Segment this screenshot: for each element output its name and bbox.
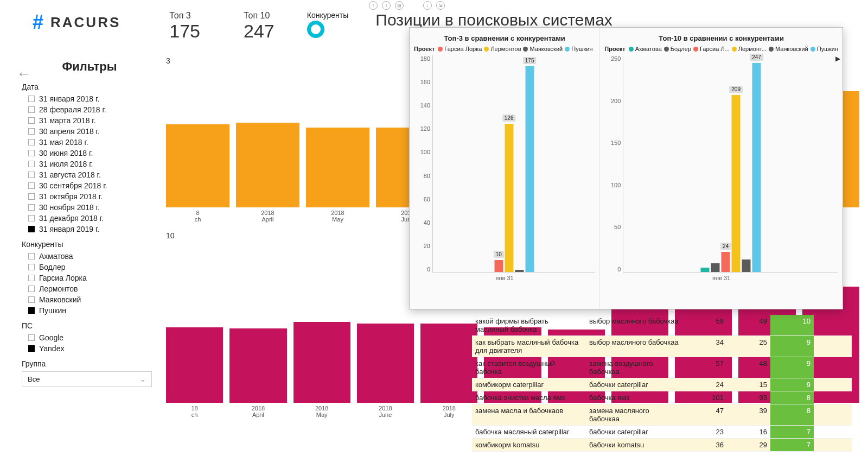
hash-icon: # [33, 11, 45, 34]
checkbox-icon [28, 286, 35, 292]
tooltip-chart-top3[interactable]: Топ-3 в сравнении с конкурентами ПроектГ… [410, 28, 600, 309]
legend-entry[interactable]: Маяковский [769, 46, 808, 52]
date-item-6[interactable]: 31 июля 2018 г. [22, 159, 157, 169]
competitor-item-5[interactable]: Пушкин [22, 305, 157, 316]
competitor-item-label: Ахматова [39, 252, 73, 261]
legend-text: Гарсиа Лорка [444, 46, 482, 52]
competitor-item-4[interactable]: Маяковский [22, 294, 157, 305]
date-item-1[interactable]: 28 февраля 2018 г. [22, 104, 157, 115]
date-item-12[interactable]: 31 января 2019 г. [22, 224, 157, 235]
competitor-bar[interactable]: 209 [732, 95, 741, 272]
table-cell: 9 [770, 336, 814, 357]
competitor-bar[interactable]: 247 [752, 63, 761, 272]
table-row[interactable]: как ставится воздушный бабочказамена воз… [472, 357, 852, 378]
table-cell: бабочка ямз [586, 391, 684, 404]
table-cell: 39 [727, 404, 770, 425]
date-item-label: 28 февраля 2018 г. [39, 105, 106, 114]
date-item-10[interactable]: 30 ноября 2018 г. [22, 202, 157, 213]
legend-entry[interactable]: Пушкин [810, 46, 838, 52]
date-item-label: 31 октября 2018 г. [39, 192, 103, 201]
ps-item-0[interactable]: Google [22, 332, 157, 343]
date-item-0[interactable]: 31 января 2018 г. [22, 93, 157, 104]
date-item-8[interactable]: 30 сентября 2018 г. [22, 180, 157, 191]
table-row[interactable]: как выбрать масляный бабочка для двигате… [472, 336, 852, 357]
competitor-bar[interactable]: 10 [494, 260, 503, 272]
bar[interactable] [236, 123, 299, 207]
pin-icon[interactable]: ⇲ [436, 1, 445, 10]
table-cell: 47 [684, 404, 727, 425]
competitor-bar[interactable]: 24 [722, 252, 730, 272]
competitor-item-3[interactable]: Лермонтов [22, 283, 157, 294]
competitor-item-label: Гарсиа Лорка [39, 274, 87, 282]
table-row[interactable]: комбикорм komatsuбабочки komatsu36297 [472, 439, 852, 452]
bar-value-label: 175 [523, 57, 537, 64]
y-tick: 100 [414, 149, 430, 155]
competitor-item-0[interactable]: Ахматова [22, 251, 157, 262]
legend-entry[interactable]: Пушкин [565, 46, 592, 52]
sort-icon[interactable]: ↕ [382, 1, 391, 10]
table-cell: замена воздушного бабочкаа [586, 357, 684, 378]
bar[interactable] [293, 322, 350, 403]
legend-dot-icon [810, 47, 815, 52]
legend-entry[interactable]: Лермонт... [732, 46, 767, 52]
date-item-11[interactable]: 31 декабря 2018 г. [22, 213, 157, 224]
bar[interactable] [166, 124, 229, 207]
legend-entry[interactable]: Гарсиа Лорка [438, 46, 482, 52]
competitor-item-1[interactable]: Бодлер [22, 262, 157, 273]
legend-dot-icon [769, 47, 774, 52]
bar[interactable] [306, 128, 369, 207]
competitor-bar[interactable] [701, 268, 710, 272]
tooltip-chart-top10[interactable]: Топ-10 в сравнении с конкурентами Проект… [600, 28, 843, 309]
competitor-bar[interactable]: 175 [525, 66, 534, 272]
checkbox-icon [28, 275, 35, 281]
table-row[interactable]: бабочка очистки масла ямзбабочка ямз1019… [472, 391, 852, 404]
tc3-xlabel: янв 31 [414, 275, 595, 281]
export-icon[interactable]: ↓ [423, 1, 432, 10]
table-row[interactable]: какой фирмы выбрать масляный бабочкавыбо… [472, 315, 852, 336]
back-button[interactable]: ← [16, 65, 31, 83]
legend-text: Лермонтов [490, 46, 521, 52]
legend-entry[interactable]: Лермонтов [484, 46, 521, 52]
ps-item-1[interactable]: Yandex [22, 343, 157, 354]
competitor-bar[interactable] [742, 259, 751, 272]
checkbox-icon [28, 106, 35, 113]
checkbox-icon [28, 96, 35, 102]
legend-entry[interactable]: Ахматова [629, 46, 662, 52]
competitor-bar[interactable] [711, 263, 720, 272]
legend-entry[interactable]: Гарсиа Л... [693, 46, 730, 52]
date-item-9[interactable]: 31 октября 2018 г. [22, 191, 157, 202]
date-item-label: 31 мая 2018 г. [39, 138, 88, 147]
table-cell: выбор масляного бабочкаа [586, 336, 684, 357]
bar[interactable] [166, 327, 223, 403]
competitors-label: Конкуренты [307, 11, 349, 20]
legend-scroll-icon[interactable]: ▶ [835, 55, 840, 62]
ring-icon[interactable] [307, 21, 324, 38]
date-item-5[interactable]: 30 июня 2018 г. [22, 148, 157, 159]
bar[interactable] [229, 328, 286, 403]
bar[interactable] [420, 324, 477, 403]
table-row[interactable]: комбикорм caterpillarбабочки caterpillar… [472, 378, 852, 391]
date-item-3[interactable]: 30 апреля 2018 г. [22, 126, 157, 137]
date-item-2[interactable]: 31 марта 2018 г. [22, 115, 157, 126]
competitor-bar[interactable] [515, 270, 524, 272]
legend-label: Проект [414, 46, 435, 52]
positions-table[interactable]: какой фирмы выбрать масляный бабочкавыбо… [472, 315, 852, 452]
legend-text: Ахматова [635, 46, 662, 52]
date-item-7[interactable]: 31 августа 2018 г. [22, 169, 157, 180]
bar[interactable] [357, 324, 414, 403]
group-dropdown[interactable]: Все ⌄ [22, 371, 152, 387]
legend-entry[interactable]: Маяковский [523, 46, 563, 52]
table-row[interactable]: замена масла и бабочкаовзамена масляного… [472, 404, 852, 426]
focus-icon[interactable]: ⊞ [395, 1, 404, 10]
legend-entry[interactable]: Бодлер [664, 46, 691, 52]
competitor-item-2[interactable]: Гарсиа Лорка [22, 273, 157, 283]
sort-asc-icon[interactable]: ↑ [369, 1, 378, 10]
checkbox-icon [28, 128, 35, 135]
table-row[interactable]: бабочка масляный caterpillarбабочки cate… [472, 426, 852, 439]
checkbox-icon [28, 334, 35, 341]
y-tick: 140 [414, 102, 430, 109]
date-item-4[interactable]: 31 мая 2018 г. [22, 137, 157, 148]
competitor-bar[interactable]: 126 [505, 124, 513, 272]
legend-text: Пушкин [817, 46, 838, 52]
table-cell: замена масляного бабочкаа [586, 404, 684, 425]
